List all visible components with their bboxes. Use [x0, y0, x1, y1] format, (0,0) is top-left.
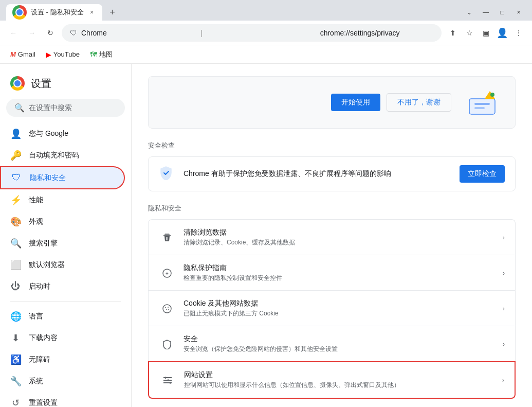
- svg-point-8: [165, 307, 166, 308]
- site-settings-content: 网站设置 控制网站可以使用和显示什么信息（如位置信息、摄像头、弹出式窗口及其他）: [184, 370, 502, 390]
- window-controls: ⌄ — □ ×: [462, 5, 526, 20]
- key-icon: 🔑: [10, 150, 21, 161]
- search-icon: 🔍: [14, 103, 25, 113]
- language-icon: 🌐: [10, 311, 21, 322]
- sidebar-item-system[interactable]: 🔧 系统: [0, 370, 125, 392]
- bookmark-maps[interactable]: 🗺 地图: [86, 48, 117, 61]
- bookmark-star-icon[interactable]: ☆: [462, 26, 476, 40]
- svg-rect-0: [469, 99, 495, 114]
- safety-check-header: 安全检查: [148, 141, 516, 150]
- svg-rect-15: [165, 377, 166, 379]
- promo-buttons: 开始使用 不用了，谢谢: [331, 93, 451, 112]
- settings-title: 设置: [31, 77, 51, 91]
- sidebar-item-appearance[interactable]: 🎨 外观: [0, 211, 125, 233]
- sidebar-label-autofill: 自动填充和密码: [29, 151, 79, 160]
- url-bar[interactable]: 🛡 Chrome | chrome://settings/privacy: [62, 24, 442, 42]
- svg-point-7: [163, 305, 171, 313]
- sidebar-item-default-browser[interactable]: ⬜ 默认浏览器: [0, 254, 125, 276]
- gmail-icon: M: [10, 50, 16, 58]
- reset-icon: ↺: [10, 397, 21, 407]
- toolbar-icons: ⬆ ☆ ▣ 👤 ⋮: [446, 26, 526, 40]
- privacy-guide-desc: 检查重要的隐私控制设置和安全控件: [184, 274, 503, 282]
- sidebar-label-accessibility: 无障碍: [29, 355, 50, 364]
- clear-browsing-desc: 清除浏览记录、Cookie、缓存及其他数据: [184, 238, 503, 247]
- privacy-item-cookies[interactable]: Cookie 及其他网站数据 已阻止无痕模式下的第三方 Cookie ›: [148, 290, 516, 326]
- sidebar-item-startup[interactable]: ⏻ 启动时: [0, 276, 125, 297]
- sidebar-item-performance[interactable]: ⚡ 性能: [0, 189, 125, 211]
- url-separator: |: [200, 29, 314, 37]
- chevron-down-icon[interactable]: ⌄: [462, 5, 476, 20]
- bookmark-gmail[interactable]: M Gmail: [6, 48, 40, 60]
- sidebar-item-google[interactable]: 👤 您与 Google: [0, 123, 125, 145]
- chevron-right-icon-5: ›: [502, 377, 504, 384]
- security-shield-icon: [159, 336, 175, 352]
- person-icon: 👤: [10, 128, 21, 139]
- privacy-section: 清除浏览数据 清除浏览记录、Cookie、缓存及其他数据 › + 隐私保护指南 …: [148, 219, 516, 399]
- title-bar: 设置 - 隐私和安全 × + ⌄ — □ ×: [0, 0, 532, 21]
- svg-rect-12: [163, 377, 172, 378]
- sidebar-item-accessibility[interactable]: ♿ 无障碍: [0, 349, 125, 370]
- url-text: chrome://settings/privacy: [320, 29, 433, 37]
- maximize-button[interactable]: □: [495, 5, 509, 20]
- new-tab-button[interactable]: +: [105, 5, 120, 20]
- sidebar-item-search[interactable]: 🔍 搜索引擎: [0, 233, 125, 254]
- sidebar-label-downloads: 下载内容: [29, 333, 58, 343]
- sidebar-item-language[interactable]: 🌐 语言: [0, 306, 125, 327]
- sidebar-toggle-icon[interactable]: ▣: [479, 26, 493, 40]
- accessibility-icon: ♿: [10, 354, 21, 365]
- back-button[interactable]: ←: [6, 26, 21, 40]
- search-bar[interactable]: 🔍 在设置中搜索: [6, 99, 125, 117]
- profile-icon[interactable]: 👤: [495, 26, 509, 40]
- browser-frame: 设置 - 隐私和安全 × + ⌄ — □ × ← → ↻ 🛡 Chrome | …: [0, 0, 532, 407]
- privacy-guide-icon: +: [159, 265, 175, 281]
- bookmarks-bar: M Gmail ▶ YouTube 🗺 地图: [0, 45, 532, 64]
- share-icon[interactable]: ⬆: [446, 26, 460, 40]
- sidebar-header: 设置: [0, 72, 131, 99]
- get-started-button[interactable]: 开始使用: [331, 94, 380, 111]
- privacy-item-security[interactable]: 安全 安全浏览（保护您免受危险网站的侵害）和其他安全设置 ›: [148, 326, 516, 362]
- download-icon: ⬇: [10, 332, 21, 344]
- sidebar-item-downloads[interactable]: ⬇ 下载内容: [0, 327, 125, 349]
- clear-browsing-title: 清除浏览数据: [184, 228, 503, 237]
- sidebar-item-autofill[interactable]: 🔑 自动填充和密码: [0, 145, 125, 166]
- address-bar: ← → ↻ 🛡 Chrome | chrome://settings/priva…: [0, 21, 532, 45]
- menu-icon[interactable]: ⋮: [511, 26, 526, 40]
- sidebar-item-reset[interactable]: ↺ 重置设置: [0, 392, 125, 407]
- promo-banner: 开始使用 不用了，谢谢: [148, 76, 516, 129]
- no-thanks-button[interactable]: 不用了，谢谢: [387, 93, 451, 112]
- system-icon: 🔧: [10, 376, 21, 387]
- privacy-item-site-settings[interactable]: 网站设置 控制网站可以使用和显示什么信息（如位置信息、摄像头、弹出式窗口及其他）…: [148, 361, 516, 399]
- browser-icon: ⬜: [10, 259, 21, 271]
- bookmark-gmail-label: Gmail: [18, 50, 35, 58]
- chevron-right-icon: ›: [503, 234, 505, 241]
- sidebar-item-privacy[interactable]: 🛡 隐私和安全: [0, 166, 125, 189]
- trash-icon: [159, 229, 175, 246]
- bookmark-maps-label: 地图: [99, 50, 113, 59]
- tab-close-button[interactable]: ×: [88, 8, 96, 16]
- svg-point-10: [166, 309, 167, 310]
- svg-point-4: [490, 93, 494, 97]
- forward-button[interactable]: →: [25, 26, 39, 40]
- check-now-button[interactable]: 立即检查: [460, 165, 505, 183]
- security-title: 安全: [184, 334, 503, 344]
- privacy-item-clear-browsing[interactable]: 清除浏览数据 清除浏览记录、Cookie、缓存及其他数据 ›: [148, 219, 516, 255]
- sidebar-label-startup: 启动时: [29, 282, 50, 291]
- safety-check-card: Chrome 有助于保护您免受数据泄露、不良扩展程序等问题的影响 立即检查: [148, 156, 516, 191]
- refresh-button[interactable]: ↻: [43, 26, 58, 40]
- privacy-guide-title: 隐私保护指南: [184, 263, 503, 273]
- sidebar-divider-1: [10, 301, 121, 302]
- bookmark-youtube[interactable]: ▶ YouTube: [42, 48, 84, 61]
- clear-browsing-content: 清除浏览数据 清除浏览记录、Cookie、缓存及其他数据: [184, 228, 503, 247]
- privacy-item-guide[interactable]: + 隐私保护指南 检查重要的隐私控制设置和安全控件 ›: [148, 255, 516, 291]
- site-settings-title: 网站设置: [184, 370, 502, 380]
- svg-point-11: [168, 309, 169, 310]
- site-settings-icon: [159, 372, 176, 388]
- close-button[interactable]: ×: [511, 5, 526, 20]
- minimize-button[interactable]: —: [479, 5, 493, 20]
- active-tab[interactable]: 设置 - 隐私和安全 ×: [6, 4, 102, 21]
- privacy-section-header: 隐私和安全: [148, 204, 516, 213]
- site-settings-desc: 控制网站可以使用和显示什么信息（如位置信息、摄像头、弹出式窗口及其他）: [184, 381, 502, 390]
- tab-favicon: [12, 5, 27, 20]
- search-placeholder: 在设置中搜索: [29, 103, 72, 113]
- shield-icon: 🛡: [11, 172, 22, 183]
